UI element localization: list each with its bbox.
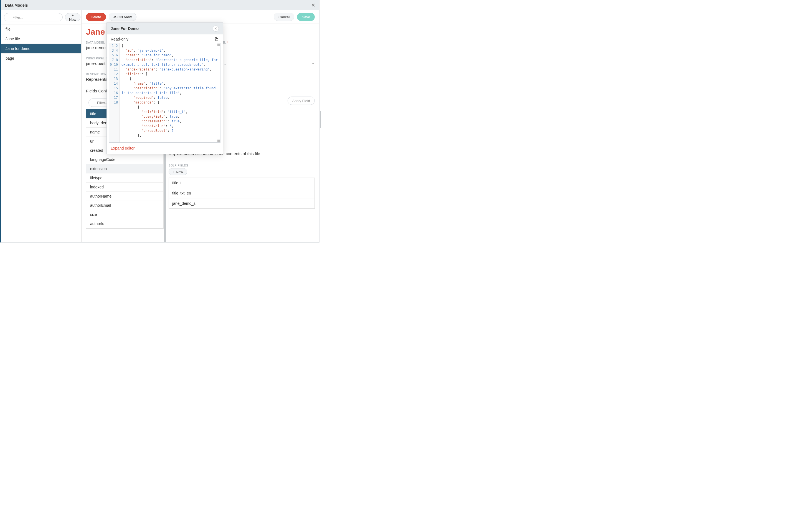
json-view-button[interactable]: JSON View xyxy=(109,13,136,21)
window-title: Data Models xyxy=(5,3,28,7)
copy-icon[interactable] xyxy=(214,36,219,42)
sidebar: + New file Jane file Jane for demo page xyxy=(1,10,82,242)
model-item[interactable]: Jane file xyxy=(1,34,81,44)
field-item[interactable]: filetype xyxy=(86,174,163,183)
titlebar: Data Models ✕ xyxy=(1,0,319,10)
svg-rect-4 xyxy=(216,38,218,41)
cancel-button[interactable]: Cancel xyxy=(274,13,294,21)
close-icon[interactable]: ✕ xyxy=(311,2,315,8)
code-body: { "id": "jane-demo-2", "name": "Jane for… xyxy=(120,43,220,142)
delete-button[interactable]: Delete xyxy=(86,13,106,21)
field-item[interactable]: size xyxy=(86,210,163,219)
json-view-popup: Jane For Demo ✕ Read-only 1 2 3 4 5 6 7 … xyxy=(107,23,223,154)
field-item[interactable]: extension xyxy=(86,164,163,174)
save-button[interactable]: Save xyxy=(297,13,315,21)
json-code-editor[interactable]: 1 2 3 4 5 6 7 8 9 10 11 12 13 14 15 16 1… xyxy=(109,43,220,142)
field-item[interactable]: authorId xyxy=(86,219,163,228)
scroll-thumb[interactable] xyxy=(217,139,220,142)
apply-field-button[interactable]: Apply Field xyxy=(288,97,315,105)
solr-fields-list: title_t title_txt_en jane_demo_s xyxy=(169,178,315,209)
sidebar-filter-input[interactable] xyxy=(4,13,63,21)
popup-close-button[interactable]: ✕ xyxy=(213,26,219,32)
solr-field-row[interactable]: title_t xyxy=(169,178,315,188)
expand-editor-link[interactable]: Expand editor xyxy=(107,142,138,154)
read-only-label: Read-only xyxy=(111,37,128,41)
label-query-pipeline xyxy=(207,57,315,60)
field-item[interactable]: authorName xyxy=(86,192,163,201)
query-pipeline-select[interactable]: gestions... xyxy=(207,61,315,67)
code-gutter: 1 2 3 4 5 6 7 8 9 10 11 12 13 14 15 16 1… xyxy=(109,43,120,142)
scroll-thumb[interactable] xyxy=(217,44,220,46)
chevron-down-icon xyxy=(312,62,315,65)
value-data-model[interactable]: o xyxy=(207,45,315,51)
solr-field-row[interactable]: jane_demo_s xyxy=(169,199,315,208)
model-list: file Jane file Jane for demo page xyxy=(1,24,81,242)
field-item[interactable]: authorEmail xyxy=(86,201,163,210)
main-toolbar: Delete JSON View Cancel Save xyxy=(82,10,319,24)
sidebar-toolbar: + New xyxy=(1,10,81,24)
new-solr-field-button[interactable]: + New xyxy=(169,168,187,175)
model-item[interactable]: Jane for demo xyxy=(1,44,81,54)
model-item[interactable]: file xyxy=(1,24,81,34)
new-model-button[interactable]: + New xyxy=(65,13,80,21)
field-item[interactable]: indexed xyxy=(86,183,163,192)
popup-title: Jane For Demo xyxy=(111,26,139,31)
label-data-model: DATA MODEL * xyxy=(207,41,315,44)
field-item[interactable]: languageCode xyxy=(86,155,163,164)
model-item[interactable]: page xyxy=(1,54,81,63)
window: Data Models ✕ + New file Jane file Jane … xyxy=(0,0,320,242)
popup-header: Jane For Demo ✕ xyxy=(107,23,223,34)
resize-handle[interactable] xyxy=(320,111,321,128)
solr-field-row[interactable]: title_txt_en xyxy=(169,188,315,199)
label-solr-fields: SOLR FIELDS xyxy=(169,164,315,167)
